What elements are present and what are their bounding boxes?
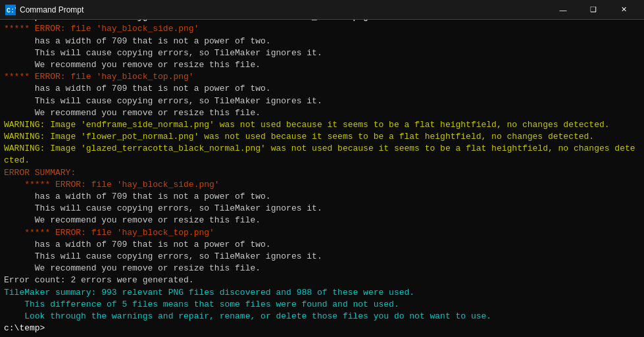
- app-icon: C:\: [5, 5, 16, 15]
- console-line: This will cause copying errors, so TileM…: [4, 95, 640, 107]
- console-line: ***** ERROR: file 'hay_block_side.png': [4, 23, 640, 35]
- console-line: This difference of 5 files means that so…: [4, 299, 640, 311]
- console-output: c:\temp>TileMaker.exe -d "jg-rtx-channel…: [0, 20, 644, 337]
- console-line: We recommend you remove or resize this f…: [4, 215, 640, 226]
- console-line: TileMaker summary: 993 relevant PNG file…: [4, 287, 640, 299]
- console-line: has a width of 709 that is not a power o…: [4, 36, 640, 47]
- console-line: This will cause copying errors, so TileM…: [4, 251, 640, 263]
- console-line: Error count: 2 errors were generated.: [4, 274, 640, 286]
- console-line: WARNING: Image 'glazed_terracotta_black_…: [4, 143, 640, 167]
- console-line: This will cause copying errors, so TileM…: [4, 203, 640, 215]
- maximize-button[interactable]: ❑: [578, 0, 608, 20]
- window-controls: — ❑ ✕: [548, 0, 639, 20]
- console-line: This will cause copying errors, so TileM…: [4, 47, 640, 59]
- close-button[interactable]: ✕: [608, 0, 639, 20]
- console-line: has a width of 709 that is not a power o…: [4, 239, 640, 251]
- console-line: ***** ERROR: file 'hay_block_top.png': [4, 71, 640, 83]
- console-line: ERROR SUMMARY:: [4, 167, 640, 179]
- console-line: ***** ERROR: file 'hay_block_side.png': [4, 179, 640, 191]
- console-line: Look through the warnings and repair, re…: [4, 311, 640, 323]
- console-line: WARNING: Image 'endframe_side_normal.png…: [4, 119, 640, 131]
- svg-text:C:\: C:\: [7, 7, 16, 14]
- console-line: We recommend you remove or resize this f…: [4, 263, 640, 274]
- title-bar: C:\ Command Prompt — ❑ ✕: [0, 0, 644, 20]
- console-line: has a width of 709 that is not a power o…: [4, 83, 640, 95]
- console-line: ***** ERROR: file 'hay_block_top.png': [4, 227, 640, 239]
- cmd-icon-svg: C:\: [5, 5, 16, 15]
- console-line: has a width of 709 that is not a power o…: [4, 191, 640, 203]
- console-line: We recommend you remove or resize this f…: [4, 59, 640, 71]
- minimize-button[interactable]: —: [548, 0, 578, 20]
- window-title: Command Prompt: [20, 5, 548, 14]
- console-line: We recommend you remove or resize this f…: [4, 107, 640, 119]
- console-line: WARNING: Image 'flower_pot_normal.png' w…: [4, 131, 640, 143]
- console-line: c:\temp>: [4, 323, 640, 334]
